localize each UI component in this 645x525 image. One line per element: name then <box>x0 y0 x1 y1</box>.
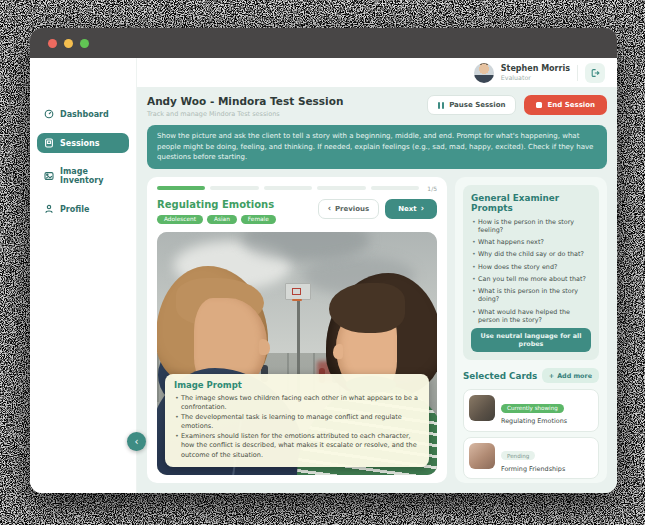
image-prompt-bullet: The image shows two children facing each… <box>174 394 420 413</box>
progress-bar: 1/5 <box>157 185 437 192</box>
user-role: Evaluator <box>501 74 570 82</box>
stop-icon <box>536 102 542 108</box>
image-prompt-title: Image Prompt <box>174 380 420 390</box>
plus-icon: + <box>549 372 554 380</box>
neutral-language-button[interactable]: Use neutral language for all probes <box>471 328 591 352</box>
right-panel: General Examiner Prompts How is the pers… <box>455 177 607 484</box>
examiner-prompt: What is this person in the story doing? <box>471 287 591 304</box>
examiner-prompts-list: How is the person in the story feeling? … <box>471 218 591 325</box>
chevron-left-icon: ‹ <box>135 436 139 447</box>
dashboard-icon <box>44 109 54 119</box>
add-more-label: Add more <box>557 372 592 380</box>
header-divider <box>577 65 578 81</box>
sidebar-item-label: Sessions <box>60 139 99 148</box>
tag-pill: Female <box>241 215 276 224</box>
next-button[interactable]: Next › <box>385 199 437 219</box>
examiner-prompt: How is the person in the story feeling? <box>471 218 591 235</box>
app-window: Dashboard Sessions Image Inventory <box>30 28 617 493</box>
page-subtitle: Track and manage Mindora Test sessions <box>147 110 343 118</box>
card-label: Regulating Emotions <box>501 417 567 425</box>
chevron-right-icon: › <box>421 205 424 213</box>
card-viewer-panel: 1/5 Regulating Emotions Adolescent Asian… <box>147 177 447 484</box>
card-title: Regulating Emotions <box>157 199 276 210</box>
collapse-sidebar-button[interactable]: ‹ <box>127 432 146 451</box>
add-more-button[interactable]: + Add more <box>542 368 599 383</box>
tag-pill: Adolescent <box>157 215 203 224</box>
examiner-prompt: What would have helped the person in the… <box>471 308 591 325</box>
main-content: Andy Woo - Mindora Test Session Track an… <box>137 87 617 493</box>
profile-icon <box>44 204 54 214</box>
session-instruction-banner: Show the picture and ask the client to t… <box>147 125 607 169</box>
selected-card-regulating-emotions[interactable]: Currently showing Regulating Emotions <box>463 389 599 431</box>
user-avatar <box>474 63 494 83</box>
image-prompt-bullet: The developmental task is learning to ma… <box>174 413 420 432</box>
examiner-prompt: How does the story end? <box>471 263 591 272</box>
sidebar-item-label: Image Inventory <box>60 167 122 185</box>
window-titlebar <box>30 28 617 58</box>
pause-session-label: Pause Session <box>449 101 505 109</box>
image-prompt-bullet: Examiners should listen for the emotions… <box>174 432 420 460</box>
end-session-button[interactable]: End Session <box>524 95 607 115</box>
sidebar: Dashboard Sessions Image Inventory <box>30 58 137 493</box>
card-tags: Adolescent Asian Female <box>157 215 276 224</box>
screen-background: Dashboard Sessions Image Inventory <box>0 0 645 525</box>
sidebar-item-label: Profile <box>60 205 89 214</box>
card-thumbnail <box>469 443 495 469</box>
card-label: Forming Friendships <box>501 465 565 473</box>
logout-button[interactable] <box>585 63 605 83</box>
image-icon <box>44 171 54 181</box>
sessions-icon <box>44 138 54 148</box>
sidebar-item-dashboard[interactable]: Dashboard <box>37 104 129 124</box>
previous-label: Previous <box>335 205 369 213</box>
top-header: Stephen Morris Evaluator <box>137 58 617 87</box>
progress-segment <box>317 186 365 190</box>
selected-cards-title: Selected Cards <box>463 371 537 381</box>
progress-segment <box>371 186 419 190</box>
examiner-prompts-title: General Examiner Prompts <box>471 193 591 213</box>
pause-session-button[interactable]: Pause Session <box>427 95 516 115</box>
previous-button[interactable]: ‹ Previous <box>318 199 380 219</box>
image-prompt-overlay: Image Prompt The image shows two childre… <box>165 374 429 467</box>
status-badge: Pending <box>501 451 535 460</box>
tag-pill: Asian <box>207 215 237 224</box>
card-thumbnail <box>469 395 495 421</box>
progress-segment <box>264 186 312 190</box>
selected-card-forming-friendships[interactable]: Pending Forming Friendships <box>463 437 599 479</box>
user-name: Stephen Morris <box>501 64 570 74</box>
logout-icon <box>590 68 600 78</box>
image-prompt-bullets: The image shows two children facing each… <box>174 394 420 460</box>
close-window-icon[interactable] <box>48 39 57 48</box>
minimize-window-icon[interactable] <box>64 39 73 48</box>
next-label: Next <box>398 205 416 213</box>
chevron-left-icon: ‹ <box>328 205 331 213</box>
maximize-window-icon[interactable] <box>80 39 89 48</box>
progress-label: 1/5 <box>427 185 437 192</box>
sidebar-item-label: Dashboard <box>60 110 109 119</box>
status-badge: Currently showing <box>501 404 564 413</box>
pause-icon <box>438 102 444 109</box>
examiner-prompt: What happens next? <box>471 238 591 247</box>
selected-cards-list: Currently showing Regulating Emotions Pe… <box>463 389 599 483</box>
progress-segment <box>210 186 258 190</box>
page-title: Andy Woo - Mindora Test Session <box>147 95 343 107</box>
sidebar-item-sessions[interactable]: Sessions <box>37 133 129 153</box>
end-session-label: End Session <box>547 101 595 109</box>
progress-segment-filled <box>157 186 205 190</box>
sidebar-item-image-inventory[interactable]: Image Inventory <box>37 162 129 190</box>
sidebar-item-profile[interactable]: Profile <box>37 199 129 219</box>
examiner-prompts-box: General Examiner Prompts How is the pers… <box>463 185 599 361</box>
stimulus-image: Image Prompt The image shows two childre… <box>157 232 437 476</box>
examiner-prompt: Can you tell me more about that? <box>471 275 591 284</box>
examiner-prompt: Why did the child say or do that? <box>471 250 591 259</box>
